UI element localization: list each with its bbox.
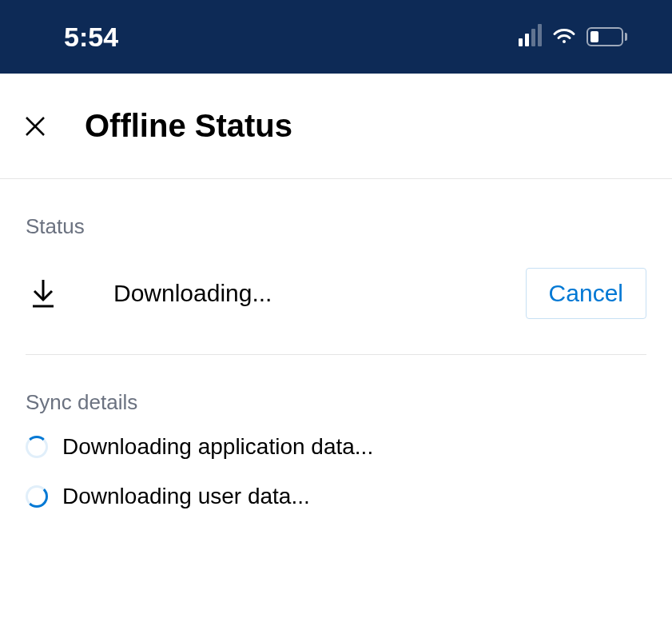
spinner-icon [26, 485, 48, 508]
sync-item: Downloading user data... [26, 484, 646, 509]
status-icons [519, 27, 627, 46]
status-section-label: Status [26, 214, 646, 239]
sync-item-text: Downloading application data... [62, 434, 373, 460]
close-icon [24, 115, 46, 138]
battery-icon [587, 27, 627, 46]
device-status-bar: 5:54 [0, 0, 672, 74]
sync-details-section-label: Sync details [26, 390, 646, 415]
cellular-signal-icon [519, 27, 542, 46]
close-button[interactable] [19, 110, 51, 142]
sync-item: Downloading application data... [26, 434, 646, 460]
download-icon [29, 279, 58, 308]
content: Status Downloading... Cancel Sync detail… [0, 214, 672, 509]
status-text: Downloading... [113, 280, 526, 307]
wifi-icon [551, 27, 577, 46]
status-time: 5:54 [64, 22, 118, 53]
sync-item-text: Downloading user data... [62, 484, 310, 509]
spinner-icon [26, 436, 48, 458]
cancel-button[interactable]: Cancel [526, 268, 646, 319]
nav-header: Offline Status [0, 74, 672, 179]
status-row: Downloading... Cancel [26, 258, 646, 355]
page-title: Offline Status [85, 108, 292, 144]
